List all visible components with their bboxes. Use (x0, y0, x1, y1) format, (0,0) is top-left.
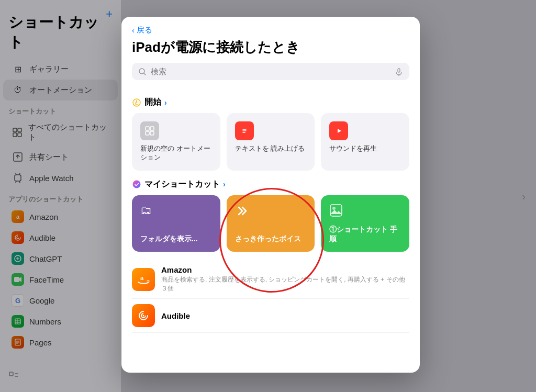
app-list-item-audible[interactable]: Audible (132, 299, 409, 333)
shortcut-voice-label: さっき作ったボイス (235, 234, 301, 243)
shortcut-folder-label: フォルダを表示... (140, 234, 198, 243)
new-automation-label: 新規の空の オートメーション (140, 144, 212, 162)
shortcut-voice[interactable]: さっき作ったボイス (227, 195, 315, 252)
back-label: 戻る (137, 25, 152, 35)
svg-point-35 (133, 181, 141, 188)
quick-action-text-speech[interactable]: テキストを 読み上げる (227, 113, 315, 171)
search-input[interactable] (151, 67, 390, 76)
photo-icon (329, 204, 343, 220)
voice-icon (235, 204, 250, 221)
audible-list-name: Audible (161, 311, 409, 320)
svg-text:a: a (140, 275, 144, 281)
my-shortcuts-icon (132, 180, 141, 189)
amazon-list-icon: a (132, 268, 155, 291)
section-start-label: 開始 (144, 97, 161, 108)
svg-point-37 (332, 207, 336, 210)
modal: ‹ 戻る iPadが電源に接続したとき 開始 › (121, 17, 420, 373)
section-my-shortcuts-arrow[interactable]: › (223, 180, 226, 188)
section-my-shortcuts-header: マイショートカット › (132, 179, 409, 190)
audible-list-icon (132, 304, 155, 327)
back-button[interactable]: ‹ 戻る (132, 25, 409, 35)
section-start-header: 開始 › (132, 97, 409, 108)
svg-point-40 (143, 315, 144, 317)
svg-rect-30 (146, 131, 149, 135)
svg-point-27 (133, 99, 140, 106)
amazon-list-desc: 商品を検索する, 注文履歴を表示する, ショッピングカートを開く, 再購入する … (161, 275, 409, 293)
section-my-shortcuts-label: マイショートカット (144, 179, 220, 190)
shortcut-photo[interactable]: ①ショートカット 手順 (321, 195, 409, 252)
shortcut-folder[interactable]: 🗂 フォルダを表示... (132, 195, 220, 252)
section-start-arrow[interactable]: › (164, 98, 167, 107)
amazon-list-text: Amazon 商品を検索する, 注文履歴を表示する, ショッピングカートを開く,… (161, 265, 409, 293)
new-automation-icon (140, 121, 159, 140)
svg-rect-29 (150, 127, 154, 130)
svg-rect-36 (330, 205, 342, 216)
svg-rect-28 (146, 127, 149, 130)
shortcut-photo-label: ①ショートカット 手順 (329, 225, 401, 243)
modal-title: iPadが電源に接続したとき (132, 38, 409, 57)
bulb-icon (132, 98, 141, 107)
folder-icon: 🗂 (140, 204, 152, 217)
svg-rect-25 (398, 69, 400, 72)
quick-actions: 新規の空の オートメーション テキストを 読み上げる (132, 113, 409, 171)
text-speech-label: テキストを 読み上げる (235, 144, 305, 153)
svg-line-24 (144, 73, 146, 75)
play-sound-label: サウンドを再生 (329, 144, 377, 153)
back-chevron-icon: ‹ (132, 26, 135, 35)
modal-header: ‹ 戻る iPadが電源に接続したとき (121, 17, 420, 86)
svg-marker-38 (330, 210, 342, 214)
app-list-item-amazon[interactable]: a Amazon 商品を検索する, 注文履歴を表示する, ショッピングカートを開… (132, 260, 409, 299)
microphone-icon[interactable] (395, 68, 403, 76)
svg-rect-31 (150, 131, 154, 135)
search-icon (138, 68, 147, 76)
modal-content: 開始 › 新規の空の オートメーション (121, 86, 420, 373)
search-bar (132, 63, 409, 80)
quick-action-new-automation[interactable]: 新規の空の オートメーション (132, 113, 220, 171)
play-sound-icon (329, 121, 348, 140)
audible-list-text: Audible (161, 311, 409, 320)
shortcuts-grid: 🗂 フォルダを表示... さっき作ったボイス (132, 195, 409, 252)
text-speech-icon (235, 121, 254, 140)
amazon-list-name: Amazon (161, 265, 409, 274)
quick-action-play-sound[interactable]: サウンドを再生 (321, 113, 409, 171)
